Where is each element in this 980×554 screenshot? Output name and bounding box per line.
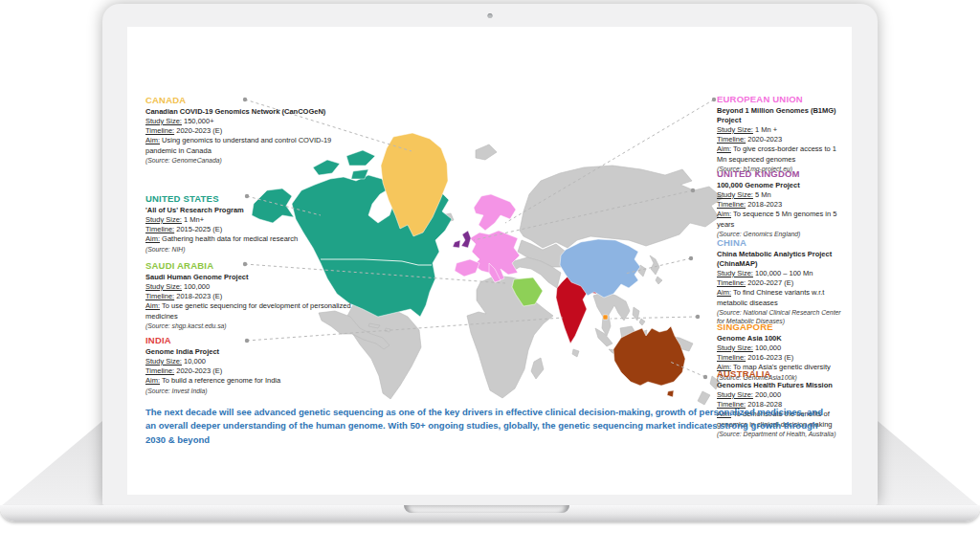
country-block-india: INDIA Genome India Project Study Size: 1… xyxy=(145,335,366,396)
laptop-screen: CANADA Canadian COVID-19 Genomics Networ… xyxy=(127,27,852,495)
map-region-iberia xyxy=(455,259,479,277)
country-block-european-union: EUROPEAN UNION Beyond 1 Million Genomes … xyxy=(717,94,848,174)
project-name: 'All of Us' Research Program xyxy=(145,206,299,215)
project-name: Canadian COVID-19 Genomics Network (CanC… xyxy=(145,107,337,117)
country-block-china: CHINA China Metabolic Analytics Project … xyxy=(717,237,848,326)
country-name: AUSTRALIA xyxy=(717,368,848,379)
country-name: UNITED KINGDOM xyxy=(717,168,848,179)
country-name: UNITED STATES xyxy=(145,193,299,204)
laptop-base-front xyxy=(0,505,980,521)
map-region-tasmania xyxy=(667,390,674,397)
map-region-europe-mainland xyxy=(470,231,520,282)
country-block-united-kingdom: UNITED KINGDOM 100,000 Genome Project St… xyxy=(717,168,848,239)
project-name: Genome Asia 100K xyxy=(717,334,848,343)
map-region-russia xyxy=(520,166,723,248)
map-region-southeast-asia xyxy=(593,292,630,336)
country-block-canada: CANADA Canadian COVID-19 Genomics Networ… xyxy=(145,95,337,166)
country-name: SINGAPORE xyxy=(717,321,848,332)
webcam-icon xyxy=(488,13,493,18)
map-region-italy xyxy=(489,263,501,282)
source-line: (Source: NIH) xyxy=(145,246,299,255)
project-name: Genome India Project xyxy=(145,347,366,357)
map-region-united-kingdom xyxy=(453,231,471,248)
map-region-iceland xyxy=(439,213,454,223)
map-region-greenland xyxy=(381,133,448,236)
project-name: Beyond 1 Million Genomes (B1MG) Project xyxy=(717,106,848,125)
country-name: CANADA xyxy=(145,95,337,105)
map-marker-singapore xyxy=(603,315,608,320)
country-name: CHINA xyxy=(717,237,848,248)
map-region-madagascar xyxy=(531,358,544,379)
map-region-central-asia xyxy=(518,240,566,267)
map-region-svalbard xyxy=(476,144,497,160)
map-region-japan xyxy=(650,255,662,284)
project-name: Saudi Human Genome Project xyxy=(145,273,383,282)
laptop-lid: CANADA Canadian COVID-19 Genomics Networ… xyxy=(102,4,878,505)
country-block-saudi-arabia: SAUDI ARABIA Saudi Human Genome Project … xyxy=(145,260,383,331)
map-region-sri-lanka xyxy=(572,349,579,357)
summary-text: The next decade will see advanced geneti… xyxy=(145,406,827,447)
source-line: (Source: shgp.kacst.edu.sa) xyxy=(145,322,383,331)
map-region-africa xyxy=(467,276,553,398)
connector-singapore xyxy=(611,317,698,319)
source-line: (Source: GenomeCanada) xyxy=(145,157,337,166)
map-region-china xyxy=(560,239,640,298)
country-name: EUROPEAN UNION xyxy=(717,94,848,104)
connector-european-union xyxy=(505,100,714,223)
map-region-middle-east xyxy=(502,257,561,288)
map-region-australia xyxy=(613,326,685,386)
map-region-scandinavia xyxy=(474,194,516,231)
country-block-united-states: UNITED STATES 'All of Us' Research Progr… xyxy=(145,193,299,255)
country-name: SAUDI ARABIA xyxy=(145,260,383,271)
map-region-indonesia xyxy=(595,307,647,357)
connector-china xyxy=(625,258,691,274)
map-region-india xyxy=(556,271,600,343)
map-region-saudi-arabia xyxy=(512,277,543,306)
country-name: INDIA xyxy=(145,335,366,345)
laptop-base-notch xyxy=(404,505,569,513)
project-name: China Metabolic Analytics Project (China… xyxy=(717,250,848,269)
source-line: (Source: Invest India) xyxy=(145,388,366,396)
project-name: 100,000 Genome Project xyxy=(717,181,848,190)
connector-united-kingdom xyxy=(474,190,693,240)
connector-australia xyxy=(670,362,705,377)
map-region-new-guinea xyxy=(664,336,693,351)
map-region-korea xyxy=(638,265,646,277)
project-name: Genomics Health Futures Mission xyxy=(717,381,848,390)
